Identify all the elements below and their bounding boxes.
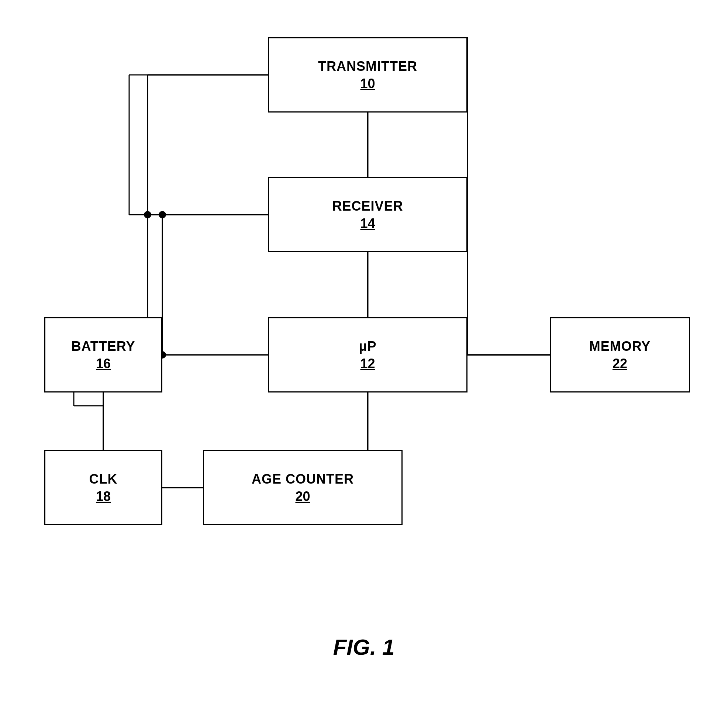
battery-label: BATTERY (72, 338, 135, 354)
age-counter-label: AGE COUNTER (252, 471, 354, 487)
up-block: μP 12 (268, 317, 468, 393)
transmitter-number: 10 (360, 76, 375, 92)
diagram: TRANSMITTER 10 RECEIVER 14 μP 12 MEMORY … (0, 0, 728, 723)
age-counter-block: AGE COUNTER 20 (203, 450, 402, 525)
svg-point-12 (159, 211, 166, 219)
svg-point-31 (144, 211, 151, 219)
memory-label: MEMORY (589, 338, 651, 354)
memory-number: 22 (613, 356, 627, 371)
receiver-number: 14 (360, 216, 375, 231)
battery-block: BATTERY 16 (44, 317, 162, 393)
figure-label: FIG. 1 (309, 634, 419, 660)
battery-number: 16 (96, 356, 111, 371)
clk-block: CLK 18 (44, 450, 162, 525)
clk-number: 18 (96, 489, 111, 504)
receiver-label: RECEIVER (332, 198, 403, 214)
clk-label: CLK (89, 471, 118, 487)
age-counter-number: 20 (295, 489, 310, 504)
transmitter-block: TRANSMITTER 10 (268, 37, 468, 113)
memory-block: MEMORY 22 (550, 317, 690, 393)
transmitter-label: TRANSMITTER (318, 58, 417, 74)
up-label: μP (359, 338, 376, 354)
receiver-block: RECEIVER 14 (268, 177, 468, 252)
up-number: 12 (360, 356, 375, 371)
